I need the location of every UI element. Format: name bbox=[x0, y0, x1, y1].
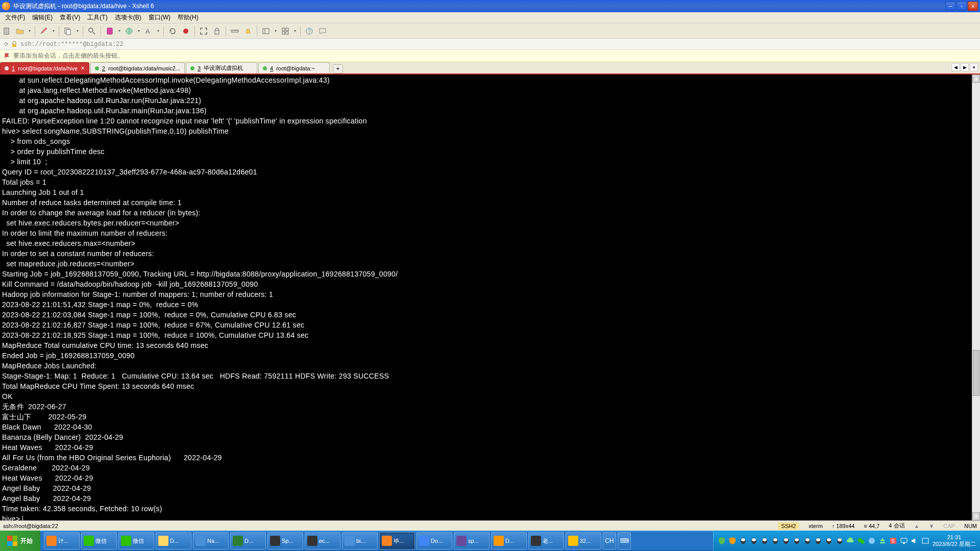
tray-cloud-icon[interactable] bbox=[846, 537, 854, 545]
taskbar-item[interactable]: 毕... bbox=[379, 532, 415, 549]
tray-qq3-icon[interactable] bbox=[761, 537, 769, 545]
tray-qq9-icon[interactable] bbox=[825, 537, 833, 545]
taskbar-item[interactable]: D... bbox=[491, 532, 527, 549]
tray-eject-icon[interactable] bbox=[878, 537, 887, 545]
taskbar-item[interactable]: Sp... bbox=[267, 532, 303, 549]
address-bar: ⟳ ssh://root:******@bigdata:22 bbox=[0, 39, 980, 50]
tab-close-icon[interactable]: ✕ bbox=[81, 65, 85, 71]
tab-4[interactable]: 4 root@bigdata:~ bbox=[258, 62, 330, 73]
tab-prev-button[interactable]: ◀ bbox=[951, 63, 960, 71]
refresh-icon[interactable] bbox=[168, 27, 177, 36]
taskbar-item[interactable]: Do... bbox=[416, 532, 452, 549]
svg-point-35 bbox=[827, 538, 831, 541]
fullscreen-icon[interactable] bbox=[199, 27, 208, 36]
address-text[interactable]: ssh://root:******@bigdata:22 bbox=[20, 41, 124, 48]
nav-up-icon[interactable]: ▲ bbox=[914, 523, 920, 529]
tray-qq8-icon[interactable] bbox=[814, 537, 822, 545]
taskbar-item[interactable]: ec... bbox=[305, 532, 340, 549]
tray-qq-icon[interactable] bbox=[739, 537, 747, 545]
tray-action-icon[interactable] bbox=[921, 537, 929, 545]
tray-qq4-icon[interactable] bbox=[771, 537, 779, 545]
taskbar-item[interactable]: D... bbox=[230, 532, 266, 549]
menu-help[interactable]: 帮助(H) bbox=[175, 12, 202, 23]
tray-qq2-icon[interactable] bbox=[750, 537, 758, 545]
minimize-button[interactable]: ─ bbox=[945, 2, 955, 11]
maximize-button[interactable]: ▫ bbox=[957, 2, 967, 11]
taskbar-item[interactable]: 计... bbox=[44, 532, 80, 549]
tab-1[interactable]: 1 root@bigdata:/data/hive ✕ bbox=[0, 62, 89, 73]
tray-wechat-icon[interactable] bbox=[857, 537, 865, 545]
terminal[interactable]: at sun.reflect.DelegatingMethodAccessorI… bbox=[0, 74, 980, 520]
taskbar-item[interactable]: Na... bbox=[193, 532, 229, 549]
new-icon[interactable] bbox=[2, 27, 11, 36]
close-button[interactable]: ✕ bbox=[968, 2, 978, 11]
ruler-icon[interactable] bbox=[230, 27, 239, 36]
taskbar-item[interactable]: 老... bbox=[528, 532, 564, 549]
brush-icon[interactable] bbox=[39, 27, 48, 36]
taskbar-item[interactable]: bi... bbox=[342, 532, 378, 549]
paste-icon[interactable] bbox=[105, 27, 114, 36]
tray-qq7-icon[interactable] bbox=[803, 537, 812, 545]
taskbar-item[interactable]: 微信 bbox=[81, 532, 117, 549]
taskbar-item[interactable]: sp... bbox=[454, 532, 489, 549]
flag-icon bbox=[4, 53, 10, 59]
terminal-output[interactable]: at sun.reflect.DelegatingMethodAccessorI… bbox=[2, 76, 398, 520]
taskbar-item[interactable]: 微信 bbox=[118, 532, 154, 549]
nav-down-icon[interactable]: ▼ bbox=[928, 523, 934, 529]
search-icon[interactable] bbox=[87, 27, 96, 36]
taskbar-item[interactable]: 32... bbox=[566, 532, 601, 549]
status-sessions: 4 会话 bbox=[889, 522, 904, 530]
app-icon bbox=[84, 536, 94, 546]
lang-indicator-ch[interactable]: CH bbox=[603, 532, 616, 549]
menu-file[interactable]: 文件(F) bbox=[2, 12, 28, 23]
tab-list-button[interactable]: ▾ bbox=[970, 63, 978, 71]
tray-shield-icon[interactable] bbox=[718, 537, 726, 545]
tab-next-button[interactable]: ▶ bbox=[961, 63, 969, 71]
menu-edit[interactable]: 编辑(E) bbox=[29, 12, 56, 23]
menu-view[interactable]: 查看(V) bbox=[57, 12, 83, 23]
tab-number: 3 bbox=[198, 65, 201, 71]
tray-sogou-icon[interactable]: S bbox=[889, 537, 897, 545]
start-button[interactable]: 开始 bbox=[0, 531, 40, 551]
chat-icon[interactable] bbox=[318, 27, 327, 36]
taskbar-item[interactable]: D... bbox=[156, 532, 191, 549]
scroll-down-button[interactable]: ▼ bbox=[972, 512, 980, 520]
tab-2[interactable]: 2 root@bigdata:/data/music2... bbox=[90, 62, 185, 73]
prompt-bar: 要添加当前会话，点击左侧的箭头按钮。 bbox=[0, 50, 980, 62]
open-icon[interactable] bbox=[15, 27, 24, 36]
app-icon bbox=[382, 536, 392, 546]
ime-indicator[interactable]: ⌨ bbox=[618, 532, 631, 549]
reconnect-icon[interactable]: ⟳ bbox=[4, 41, 8, 47]
app-icon bbox=[307, 536, 317, 546]
scrollbar[interactable]: ▲ ▼ bbox=[972, 74, 980, 520]
tray-monitor-icon[interactable] bbox=[900, 537, 908, 545]
menu-tab[interactable]: 选项卡(B) bbox=[112, 12, 144, 23]
lock-icon[interactable] bbox=[212, 27, 222, 36]
highlight-icon[interactable] bbox=[243, 27, 253, 36]
help-icon[interactable]: ? bbox=[305, 27, 314, 36]
tray-qq6-icon[interactable] bbox=[793, 537, 801, 545]
tray-qq5-icon[interactable] bbox=[782, 537, 790, 545]
svg-rect-11 bbox=[282, 28, 285, 31]
tab-add-button[interactable]: + bbox=[333, 64, 343, 73]
svg-text:?: ? bbox=[308, 29, 311, 34]
scroll-up-button[interactable]: ▲ bbox=[972, 74, 980, 83]
globe-icon[interactable] bbox=[125, 27, 134, 36]
font-icon[interactable]: A bbox=[144, 27, 153, 36]
tray-qq10-icon[interactable] bbox=[836, 537, 844, 545]
menu-window[interactable]: 窗口(W) bbox=[145, 12, 174, 23]
grid-icon[interactable] bbox=[281, 27, 290, 36]
copy-icon[interactable] bbox=[63, 27, 72, 36]
tray-shield2-icon[interactable] bbox=[728, 537, 737, 545]
scroll-thumb[interactable] bbox=[973, 350, 979, 396]
menu-tools[interactable]: 工具(T) bbox=[84, 12, 110, 23]
record-icon[interactable] bbox=[181, 27, 190, 36]
panel-icon[interactable] bbox=[261, 27, 271, 36]
start-label: 开始 bbox=[20, 537, 33, 545]
tray-volume-icon[interactable] bbox=[911, 537, 919, 545]
taskbar-item-label: D... bbox=[244, 538, 253, 544]
svg-rect-10 bbox=[263, 29, 269, 34]
tray-app-icon[interactable] bbox=[868, 537, 876, 545]
tray-clock[interactable]: 21:31 2023/8/22 星期二 bbox=[933, 534, 976, 547]
tab-3[interactable]: 3 毕设测试虚拟机 bbox=[186, 62, 257, 73]
